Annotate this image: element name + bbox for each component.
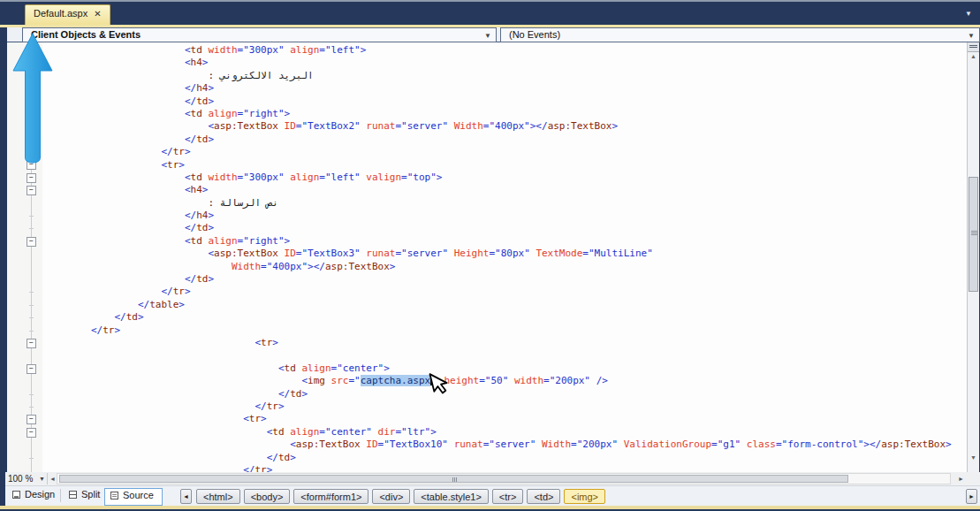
code-token: td: [290, 388, 301, 400]
code-token: tr: [173, 146, 185, 157]
code-token: ="right">: [238, 108, 291, 119]
tag-chip-div[interactable]: <div>: [372, 489, 410, 504]
code-token: >: [208, 133, 214, 145]
horizontal-scrollbar[interactable]: [57, 473, 951, 484]
code-token: asp:TextBox: [214, 248, 278, 259]
code-token: >: [208, 82, 214, 94]
fold-tick: [29, 228, 34, 229]
code-token: </: [185, 210, 196, 221]
code-editor[interactable]: −−−−−−−−−− <td width="300px" align="left…: [7, 42, 967, 472]
code-token: <: [185, 172, 191, 183]
code-line: <asp:TextBox ID="TextBox10" runat="serve…: [44, 439, 952, 451]
code-token: [448, 439, 454, 450]
fold-tick: [29, 331, 34, 332]
fold-collapse-icon[interactable]: −: [27, 173, 36, 183]
fold-tick: [29, 458, 34, 459]
code-token: width: [208, 172, 237, 183]
fold-collapse-icon[interactable]: −: [27, 339, 36, 348]
code-line: </tr>: [44, 286, 952, 298]
code-token: <: [185, 57, 191, 68]
code-line: </td>: [44, 452, 952, 464]
code-token: >: [185, 146, 191, 157]
code-token: ="form-control"></: [776, 439, 881, 450]
code-token: ="TextBox10": [378, 439, 448, 450]
code-token: td: [196, 222, 208, 233]
horizontal-scroll-row: 100 % ▼ ◄ ►: [5, 472, 967, 485]
code-token: >: [179, 159, 185, 171]
code-token: [618, 439, 624, 450]
horizontal-scroll-thumb[interactable]: [59, 475, 848, 483]
scroll-up-icon[interactable]: ▲: [968, 53, 979, 59]
code-token: tr: [173, 286, 185, 297]
code-token: </: [185, 273, 196, 285]
fold-collapse-icon[interactable]: −: [27, 186, 36, 195]
code-token: align: [301, 362, 330, 374]
code-token: [590, 375, 596, 386]
code-token: [325, 375, 331, 386]
code-token: </: [161, 146, 172, 157]
code-token: <: [185, 108, 191, 119]
code-token: <: [185, 235, 191, 247]
split-handle-icon[interactable]: [968, 42, 979, 52]
code-line: <td align="center">: [44, 362, 952, 375]
selected-text: captcha.aspx: [361, 375, 430, 386]
code-token: ="200px": [571, 439, 618, 450]
zoom-dropdown-icon[interactable]: ▼: [39, 476, 45, 482]
tag-breadcrumb: <html><body><form#form1><div><table.styl…: [196, 489, 605, 504]
fold-collapse-icon[interactable]: −: [27, 428, 36, 438]
code-line: </td>: [44, 311, 952, 324]
fold-collapse-icon[interactable]: −: [27, 364, 36, 374]
code-token: <: [185, 44, 191, 56]
scroll-right-icon[interactable]: ►: [958, 476, 964, 482]
code-token: ="g1": [711, 439, 741, 450]
code-token: ="400px"></: [483, 120, 548, 132]
code-token: tr: [267, 400, 278, 412]
tag-chip-tablestyle1[interactable]: <table.style1>: [414, 489, 489, 504]
fold-collapse-icon[interactable]: −: [27, 415, 36, 424]
code-token: : البريد الالكتروني: [208, 70, 313, 81]
code-line: </td>: [44, 222, 952, 234]
source-view-button-selected[interactable]: Source: [104, 488, 163, 506]
events-dropdown[interactable]: (No Events) ▼: [500, 27, 980, 42]
code-line: </td>: [44, 388, 952, 400]
design-view-button[interactable]: Design: [12, 489, 55, 503]
breadcrumb-forward-button[interactable]: ►: [966, 489, 977, 504]
chevron-down-icon[interactable]: ▼: [484, 32, 491, 40]
tab-default-aspx[interactable]: Default.aspx✕: [25, 4, 110, 26]
vertical-scroll-thumb[interactable]: [969, 177, 978, 292]
code-token: ="300px": [238, 44, 285, 56]
vertical-scrollbar[interactable]: ▲ ▼: [967, 42, 979, 472]
code-token: [741, 439, 747, 450]
code-token: tr: [249, 413, 261, 424]
code-token: h4: [191, 184, 202, 195]
code-line: Width="400px"></asp:TextBox>: [44, 261, 952, 273]
code-token: </: [185, 82, 196, 94]
code-line: <asp:TextBox ID="TextBox2" runat="server…: [44, 120, 952, 133]
code-token: >: [272, 337, 278, 348]
tag-chip-img[interactable]: <img>: [564, 489, 605, 504]
tag-chip-td[interactable]: <td>: [527, 489, 560, 504]
code-token: ="TextBox2": [296, 120, 361, 132]
code-token: >: [261, 413, 267, 424]
scroll-down-icon[interactable]: ▼: [968, 454, 979, 461]
code-token: >: [208, 222, 214, 233]
code-token: ID: [285, 248, 296, 259]
code-token: >: [114, 324, 120, 336]
tag-chip-html[interactable]: <html>: [196, 489, 240, 504]
zoom-level[interactable]: 100 %: [8, 474, 33, 484]
client-objects-dropdown[interactable]: Client Objects & Events ▼: [22, 27, 497, 42]
breadcrumb-back-button[interactable]: ◄: [180, 489, 192, 504]
split-view-button[interactable]: Split: [69, 489, 100, 503]
tag-chip-tr[interactable]: <tr>: [492, 489, 524, 504]
scroll-left-icon[interactable]: ◄: [49, 476, 56, 482]
tag-chip-formform1[interactable]: <form#form1>: [293, 489, 368, 504]
document-list-dropdown-icon[interactable]: ▼: [965, 10, 972, 18]
code-area[interactable]: <td width="300px" align="left"> <h4> : ا…: [44, 42, 952, 472]
fold-collapse-icon[interactable]: −: [27, 237, 36, 247]
tab-close-icon[interactable]: ✕: [94, 9, 101, 19]
code-token: ="server": [483, 439, 536, 450]
tag-chip-body[interactable]: <body>: [244, 489, 291, 504]
chevron-down-icon[interactable]: ▼: [968, 32, 975, 40]
code-token: td: [191, 44, 202, 56]
code-token: Height: [454, 248, 490, 259]
